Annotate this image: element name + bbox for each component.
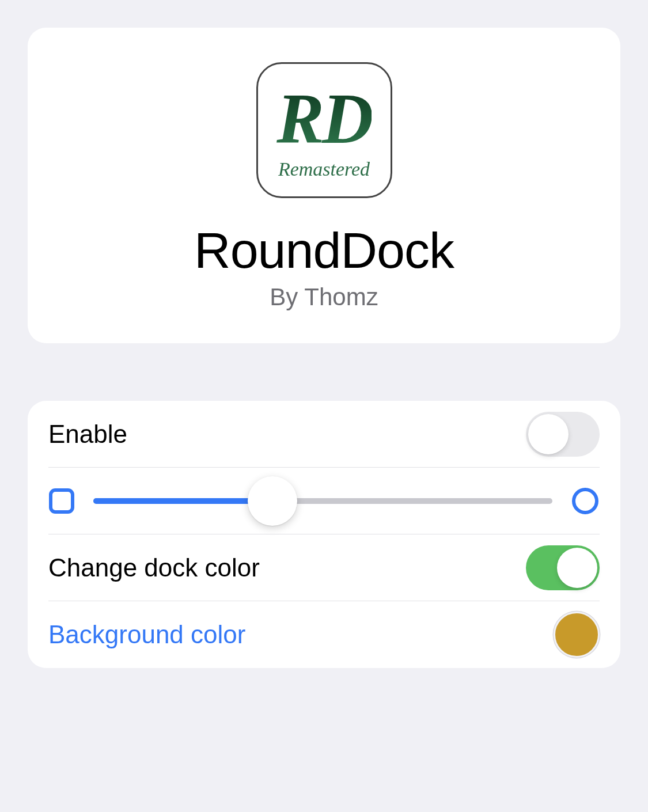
- change-dock-color-toggle[interactable]: [526, 545, 600, 590]
- settings-page: RD Remastered RoundDock By Thomz Enable: [0, 0, 648, 696]
- slider-fill: [93, 498, 272, 504]
- enable-row[interactable]: Enable: [48, 401, 600, 468]
- toggle-knob: [528, 414, 569, 454]
- app-title: RoundDock: [55, 221, 593, 280]
- enable-toggle[interactable]: [526, 412, 600, 457]
- svg-rect-0: [51, 490, 73, 512]
- radius-slider-row: [48, 468, 600, 534]
- app-logo: RD Remastered: [256, 62, 392, 198]
- logo-tagline: Remastered: [278, 158, 370, 180]
- toggle-knob: [557, 548, 597, 588]
- svg-point-1: [574, 490, 597, 513]
- change-dock-color-label: Change dock color: [48, 553, 260, 582]
- header-card: RD Remastered RoundDock By Thomz: [28, 28, 620, 343]
- rounded-square-icon: [48, 488, 75, 514]
- circle-icon: [571, 487, 600, 515]
- logo-monogram: RD: [276, 84, 371, 155]
- color-swatch[interactable]: [554, 612, 600, 658]
- settings-list: Enable Change dock color: [28, 401, 620, 668]
- background-color-row[interactable]: Background color: [48, 601, 600, 668]
- app-author: By Thomz: [55, 283, 593, 311]
- radius-slider[interactable]: [93, 498, 552, 504]
- change-dock-color-row[interactable]: Change dock color: [48, 534, 600, 601]
- background-color-label: Background color: [48, 620, 245, 649]
- enable-label: Enable: [48, 420, 127, 449]
- slider-thumb[interactable]: [248, 476, 297, 526]
